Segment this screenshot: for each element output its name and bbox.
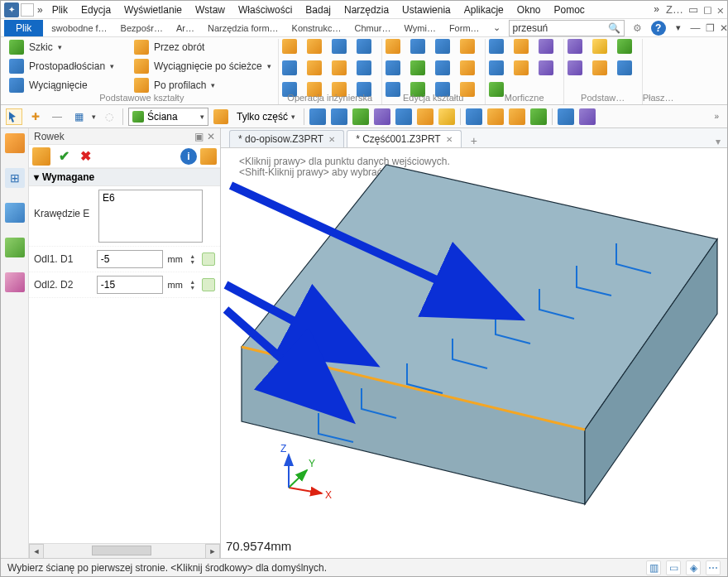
chevron-down-icon[interactable]: ▾	[92, 113, 96, 121]
btn-extrude[interactable]: Wyciągnięcie	[29, 79, 88, 91]
settings-feature-icon[interactable]	[200, 148, 217, 165]
ed3-icon[interactable]	[435, 39, 450, 54]
m1-icon[interactable]	[489, 39, 504, 54]
close-tab-icon[interactable]: ✕	[446, 135, 453, 144]
btn-revolve[interactable]: Przez obrót	[154, 41, 204, 53]
menu-overflow-label[interactable]: Z…	[666, 3, 683, 17]
sb-icon-c[interactable]: ◈	[686, 560, 701, 575]
chevron-down-icon[interactable]: ▾	[211, 81, 215, 89]
p4-icon[interactable]	[568, 60, 582, 75]
p6-icon[interactable]	[617, 60, 632, 75]
p5-icon[interactable]	[592, 60, 607, 75]
d1-input[interactable]: -5	[97, 250, 163, 268]
revolve-icon[interactable]	[134, 40, 149, 55]
d1-link-icon[interactable]	[202, 252, 215, 266]
add-sel-icon[interactable]: ✚	[27, 108, 44, 125]
ed5-icon[interactable]	[386, 60, 400, 75]
gear-icon[interactable]: ⚙	[630, 20, 646, 36]
ribbon-tab-2[interactable]: Bezpośr…	[116, 21, 168, 36]
d1-spinner[interactable]: ▲▼	[188, 253, 198, 265]
m6-icon[interactable]	[539, 60, 553, 75]
menu-wyswietlanie[interactable]: Wyświetlanie	[118, 2, 188, 17]
toolbar-overflow-icon[interactable]: »	[714, 112, 722, 121]
sweep-icon[interactable]	[134, 59, 149, 74]
menu-ustawienia[interactable]: Ustawienia	[396, 2, 457, 17]
ribbon-tab-plik[interactable]: Plik	[4, 20, 43, 36]
search-input[interactable]: przesuń 🔍	[509, 20, 625, 36]
search-icon[interactable]: 🔍	[608, 22, 620, 34]
m4-icon[interactable]	[489, 60, 504, 75]
lip-icon[interactable]	[332, 60, 347, 75]
sketch-icon[interactable]	[9, 40, 24, 55]
edges-input[interactable]: E6	[98, 190, 203, 243]
menu-okno[interactable]: Okno	[511, 2, 547, 17]
help-dd[interactable]: ▾	[671, 20, 686, 36]
ribbon-tab-5[interactable]: Konstrukc…	[287, 21, 347, 36]
cancel-button[interactable]: ✖	[77, 148, 93, 165]
circle-sel-icon[interactable]: ◌	[101, 108, 117, 125]
t-l-icon[interactable]	[558, 108, 574, 125]
rib-icon[interactable]	[282, 60, 297, 75]
d2-spinner[interactable]: ▲▼	[188, 279, 198, 291]
help-icon[interactable]: ?	[651, 21, 666, 36]
grid-sel-icon[interactable]: ▦	[70, 108, 87, 125]
panel-close-icon[interactable]: ✕	[207, 131, 215, 142]
chevron-down-icon[interactable]: ▾	[267, 62, 271, 70]
select-cursor-icon[interactable]	[6, 108, 22, 125]
sb-icon-b[interactable]: ▭	[666, 560, 681, 575]
menu-wlasciwosci[interactable]: Właściwości	[232, 2, 298, 17]
sb-icon-a[interactable]: ▥	[646, 560, 661, 575]
scroll-left-icon[interactable]: ◄	[29, 544, 44, 559]
m5-icon[interactable]	[514, 60, 529, 75]
extrude-icon[interactable]	[9, 78, 24, 93]
qat-overflow-icon[interactable]: »	[36, 4, 45, 16]
ribbon-tab-8[interactable]: Form…	[444, 21, 485, 36]
ok-button[interactable]: ✔	[55, 148, 72, 165]
section-header[interactable]: ▾ Wymagane	[29, 168, 220, 186]
ribbon-tab-4[interactable]: Narzędzia form…	[203, 21, 284, 36]
ribbon-tab-3[interactable]: Ar…	[171, 21, 199, 36]
panel-pin-icon[interactable]: ▣	[194, 131, 204, 142]
scope-icon[interactable]	[213, 109, 228, 124]
chevron-down-icon[interactable]: ▾	[110, 62, 114, 70]
menu-wstaw[interactable]: Wstaw	[189, 2, 231, 17]
side-layer-icon[interactable]	[5, 238, 25, 257]
maximize-icon[interactable]: ◻	[703, 3, 712, 17]
ed8-icon[interactable]	[460, 60, 475, 75]
loft-icon[interactable]	[134, 78, 149, 93]
side-feature-icon[interactable]	[5, 133, 25, 153]
btn-szkic[interactable]: Szkic	[29, 41, 53, 53]
box-icon[interactable]	[9, 59, 24, 74]
ribbon-tab-7[interactable]: Wymi…	[399, 21, 440, 36]
ed2-icon[interactable]	[410, 39, 425, 54]
shell-icon[interactable]	[307, 60, 322, 75]
ed6-icon[interactable]	[410, 60, 425, 75]
close-icon[interactable]: ⨉	[717, 3, 724, 17]
sb-icon-d[interactable]: ⋯	[706, 560, 721, 575]
m3-icon[interactable]	[539, 39, 553, 54]
p3-icon[interactable]	[617, 39, 632, 54]
doc-tab-2[interactable]: * Część001.Z3PRT ✕	[347, 130, 462, 147]
new-file-icon[interactable]	[21, 3, 34, 17]
window-restore-icon[interactable]: ❐	[706, 22, 715, 34]
ribbon-tab-6[interactable]: Chmur…	[349, 21, 395, 36]
btn-loft[interactable]: Po profilach	[154, 79, 206, 91]
side-view-icon[interactable]	[5, 203, 25, 223]
scroll-thumb[interactable]	[92, 546, 151, 555]
p1-icon[interactable]	[568, 39, 582, 54]
close-tab-icon[interactable]: ✕	[328, 135, 335, 144]
ribbon-tab-1[interactable]: swobodne f…	[46, 21, 112, 36]
tabs-menu-icon[interactable]: ▾	[716, 136, 727, 147]
add-tab-button[interactable]: +	[464, 134, 484, 147]
hole-icon[interactable]	[332, 39, 347, 54]
doc-tab-1[interactable]: * do-opisow.Z3PRT ✕	[229, 130, 344, 147]
filter-combo[interactable]: Ściana ▾	[128, 108, 208, 126]
scroll-right-icon[interactable]: ►	[205, 544, 220, 559]
ribbon-tab-dd[interactable]: ⌄	[488, 20, 505, 36]
d2-input[interactable]: -15	[97, 276, 163, 294]
minimize-icon[interactable]: ▭	[688, 3, 698, 17]
ed4-icon[interactable]	[460, 39, 475, 54]
minus-sel-icon[interactable]: —	[49, 108, 65, 125]
draft-icon[interactable]	[357, 39, 371, 54]
menu-aplikacje[interactable]: Aplikacje	[458, 2, 510, 17]
